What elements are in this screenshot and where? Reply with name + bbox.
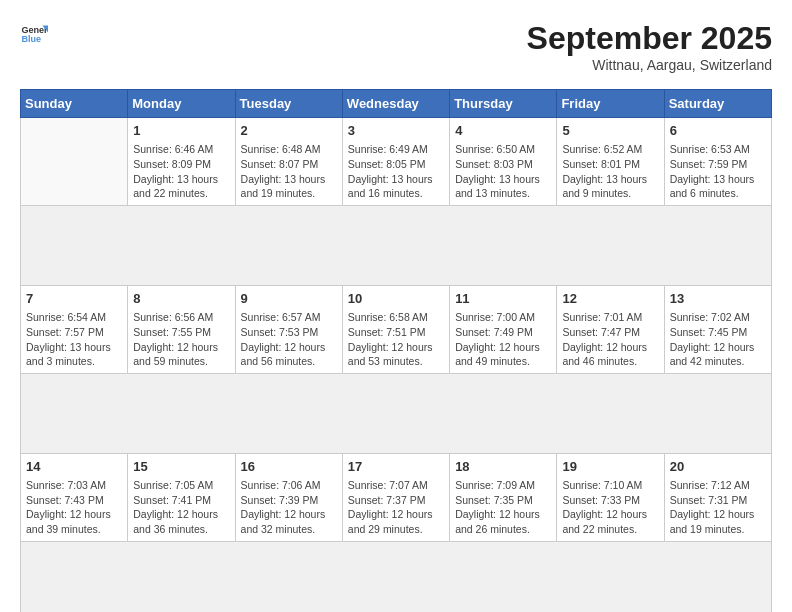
calendar-cell: 1Sunrise: 6:46 AMSunset: 8:09 PMDaylight…	[128, 118, 235, 206]
header: General Blue September 2025 Wittnau, Aar…	[20, 20, 772, 73]
cell-text: and 56 minutes.	[241, 354, 337, 369]
cell-text: Sunrise: 7:07 AM	[348, 478, 444, 493]
cell-text: Daylight: 12 hours	[241, 340, 337, 355]
title-area: September 2025 Wittnau, Aargau, Switzerl…	[527, 20, 772, 73]
day-number: 13	[670, 290, 766, 308]
cell-text: and 22 minutes.	[133, 186, 229, 201]
day-number: 1	[133, 122, 229, 140]
day-number: 4	[455, 122, 551, 140]
cell-text: Sunrise: 7:12 AM	[670, 478, 766, 493]
cell-text: and 19 minutes.	[670, 522, 766, 537]
day-number: 11	[455, 290, 551, 308]
cell-text: and 29 minutes.	[348, 522, 444, 537]
separator-cell	[21, 205, 772, 285]
cell-text: Sunset: 8:07 PM	[241, 157, 337, 172]
cell-text: Sunrise: 7:00 AM	[455, 310, 551, 325]
cell-text: and 13 minutes.	[455, 186, 551, 201]
calendar-cell: 10Sunrise: 6:58 AMSunset: 7:51 PMDayligh…	[342, 285, 449, 373]
cell-text: Sunset: 8:03 PM	[455, 157, 551, 172]
cell-text: Sunrise: 7:09 AM	[455, 478, 551, 493]
cell-text: Daylight: 12 hours	[455, 340, 551, 355]
cell-text: and 32 minutes.	[241, 522, 337, 537]
calendar-cell: 11Sunrise: 7:00 AMSunset: 7:49 PMDayligh…	[450, 285, 557, 373]
cell-text: Sunset: 7:53 PM	[241, 325, 337, 340]
day-number: 5	[562, 122, 658, 140]
day-number: 6	[670, 122, 766, 140]
calendar-cell: 4Sunrise: 6:50 AMSunset: 8:03 PMDaylight…	[450, 118, 557, 206]
day-number: 3	[348, 122, 444, 140]
cell-text: Sunrise: 7:02 AM	[670, 310, 766, 325]
day-number: 14	[26, 458, 122, 476]
cell-text: Sunset: 7:55 PM	[133, 325, 229, 340]
cell-text: Sunset: 7:49 PM	[455, 325, 551, 340]
cell-text: and 19 minutes.	[241, 186, 337, 201]
cell-text: Sunset: 7:35 PM	[455, 493, 551, 508]
cell-text: Sunset: 7:37 PM	[348, 493, 444, 508]
weekday-wednesday: Wednesday	[342, 90, 449, 118]
cell-text: and 26 minutes.	[455, 522, 551, 537]
cell-text: Sunrise: 6:58 AM	[348, 310, 444, 325]
cell-text: Daylight: 13 hours	[348, 172, 444, 187]
calendar-cell: 5Sunrise: 6:52 AMSunset: 8:01 PMDaylight…	[557, 118, 664, 206]
cell-text: Daylight: 12 hours	[348, 340, 444, 355]
cell-text: Daylight: 12 hours	[562, 340, 658, 355]
day-number: 9	[241, 290, 337, 308]
cell-text: Daylight: 12 hours	[241, 507, 337, 522]
cell-text: Sunset: 7:39 PM	[241, 493, 337, 508]
cell-text: Sunset: 7:33 PM	[562, 493, 658, 508]
cell-text: and 42 minutes.	[670, 354, 766, 369]
cell-text: and 3 minutes.	[26, 354, 122, 369]
svg-text:Blue: Blue	[21, 34, 41, 44]
cell-text: Sunset: 7:51 PM	[348, 325, 444, 340]
day-number: 12	[562, 290, 658, 308]
cell-text: Daylight: 13 hours	[455, 172, 551, 187]
weekday-tuesday: Tuesday	[235, 90, 342, 118]
calendar-cell: 8Sunrise: 6:56 AMSunset: 7:55 PMDaylight…	[128, 285, 235, 373]
cell-text: and 6 minutes.	[670, 186, 766, 201]
cell-text: Daylight: 12 hours	[670, 340, 766, 355]
cell-text: Daylight: 12 hours	[670, 507, 766, 522]
day-number: 15	[133, 458, 229, 476]
cell-text: and 46 minutes.	[562, 354, 658, 369]
weekday-thursday: Thursday	[450, 90, 557, 118]
cell-text: Daylight: 13 hours	[133, 172, 229, 187]
calendar-cell: 6Sunrise: 6:53 AMSunset: 7:59 PMDaylight…	[664, 118, 771, 206]
row-separator	[21, 205, 772, 285]
cell-text: Sunrise: 6:52 AM	[562, 142, 658, 157]
calendar-cell: 18Sunrise: 7:09 AMSunset: 7:35 PMDayligh…	[450, 453, 557, 541]
cell-text: Daylight: 13 hours	[241, 172, 337, 187]
day-number: 17	[348, 458, 444, 476]
cell-text: Sunset: 8:01 PM	[562, 157, 658, 172]
cell-text: and 49 minutes.	[455, 354, 551, 369]
cell-text: and 16 minutes.	[348, 186, 444, 201]
calendar-table: SundayMondayTuesdayWednesdayThursdayFrid…	[20, 89, 772, 612]
weekday-sunday: Sunday	[21, 90, 128, 118]
cell-text: Daylight: 12 hours	[348, 507, 444, 522]
cell-text: and 39 minutes.	[26, 522, 122, 537]
calendar-cell: 15Sunrise: 7:05 AMSunset: 7:41 PMDayligh…	[128, 453, 235, 541]
cell-text: Sunrise: 7:05 AM	[133, 478, 229, 493]
cell-text: Sunset: 7:31 PM	[670, 493, 766, 508]
calendar-cell: 13Sunrise: 7:02 AMSunset: 7:45 PMDayligh…	[664, 285, 771, 373]
cell-text: Sunrise: 7:01 AM	[562, 310, 658, 325]
calendar-cell: 12Sunrise: 7:01 AMSunset: 7:47 PMDayligh…	[557, 285, 664, 373]
cell-text: Sunset: 7:43 PM	[26, 493, 122, 508]
calendar-cell	[21, 118, 128, 206]
cell-text: Sunrise: 7:06 AM	[241, 478, 337, 493]
calendar-cell: 14Sunrise: 7:03 AMSunset: 7:43 PMDayligh…	[21, 453, 128, 541]
week-row-2: 14Sunrise: 7:03 AMSunset: 7:43 PMDayligh…	[21, 453, 772, 541]
calendar-cell: 9Sunrise: 6:57 AMSunset: 7:53 PMDaylight…	[235, 285, 342, 373]
cell-text: Daylight: 12 hours	[133, 507, 229, 522]
calendar-cell: 20Sunrise: 7:12 AMSunset: 7:31 PMDayligh…	[664, 453, 771, 541]
cell-text: and 36 minutes.	[133, 522, 229, 537]
row-separator	[21, 373, 772, 453]
weekday-saturday: Saturday	[664, 90, 771, 118]
weekday-header-row: SundayMondayTuesdayWednesdayThursdayFrid…	[21, 90, 772, 118]
day-number: 8	[133, 290, 229, 308]
calendar-cell: 7Sunrise: 6:54 AMSunset: 7:57 PMDaylight…	[21, 285, 128, 373]
cell-text: Sunrise: 6:49 AM	[348, 142, 444, 157]
logo-icon: General Blue	[20, 20, 48, 48]
calendar-cell: 17Sunrise: 7:07 AMSunset: 7:37 PMDayligh…	[342, 453, 449, 541]
cell-text: and 59 minutes.	[133, 354, 229, 369]
location-subtitle: Wittnau, Aargau, Switzerland	[527, 57, 772, 73]
